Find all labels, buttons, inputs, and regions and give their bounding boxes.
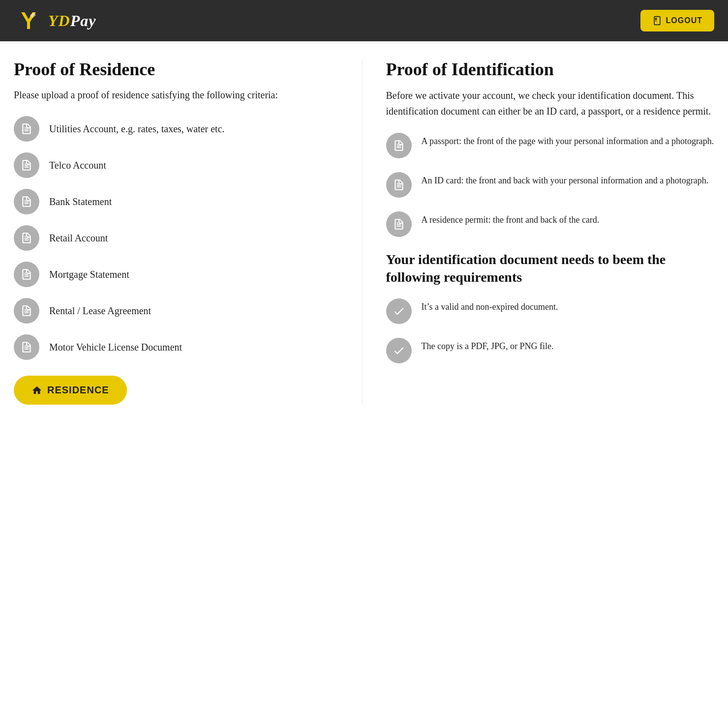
document-icon [386, 211, 412, 237]
list-item: It’s a valid and non-expired document. [386, 298, 715, 324]
checkmark-icon [386, 338, 412, 363]
checkmark-icon [386, 298, 412, 324]
main-content: Proof of Residence Please upload a proof… [0, 41, 728, 422]
document-icon [14, 262, 39, 287]
document-icon [14, 152, 39, 178]
identification-title: Proof of Identification [386, 59, 715, 80]
logout-icon [652, 16, 662, 26]
left-column: Proof of Residence Please upload a proof… [14, 59, 363, 405]
list-item: An ID card: the front and back with your… [386, 172, 715, 198]
item-label: Mortgage Statement [49, 269, 129, 280]
requirements-title: Your identification document needs to be… [386, 251, 715, 287]
list-item: Retail Account [14, 225, 342, 251]
id-item-text: A residence permit: the front and back o… [422, 211, 600, 227]
list-item: A residence permit: the front and back o… [386, 211, 715, 237]
list-item: Telco Account [14, 152, 342, 178]
logout-button[interactable]: LOGOUT [640, 10, 714, 31]
right-column: Proof of Identification Before we activa… [363, 59, 715, 405]
svg-rect-3 [654, 17, 660, 25]
logo-text: YDPay [48, 12, 96, 30]
list-item: Motor Vehicle License Document [14, 334, 342, 360]
requirement-text: The copy is a PDF, JPG, or PNG file. [422, 338, 554, 353]
id-item-list: A passport: the front of the page with y… [386, 133, 715, 237]
id-item-text: A passport: the front of the page with y… [422, 133, 714, 148]
requirement-text: It’s a valid and non-expired document. [422, 298, 558, 314]
list-item: The copy is a PDF, JPG, or PNG file. [386, 338, 715, 363]
list-item: Mortgage Statement [14, 262, 342, 287]
document-icon [386, 133, 412, 158]
logo-icon [14, 6, 43, 35]
document-icon [14, 116, 39, 142]
document-icon [14, 334, 39, 360]
svg-rect-4 [655, 18, 656, 20]
item-label: Telco Account [49, 160, 106, 171]
list-item: Bank Statement [14, 189, 342, 214]
item-label: Rental / Lease Agreement [49, 305, 151, 317]
list-item: Rental / Lease Agreement [14, 298, 342, 324]
item-label: Bank Statement [49, 196, 112, 207]
logo-area: YDPay [14, 6, 96, 35]
list-item: A passport: the front of the page with y… [386, 133, 715, 158]
document-icon [14, 225, 39, 251]
list-item: Utilities Account, e.g. rates, taxes, wa… [14, 116, 342, 142]
identification-description: Before we activate your account, we chec… [386, 88, 715, 119]
header: YDPay LOGOUT [0, 0, 728, 41]
item-label: Utilities Account, e.g. rates, taxes, wa… [49, 123, 225, 135]
residence-intro: Please upload a proof of residence satis… [14, 88, 342, 102]
document-icon [386, 172, 412, 198]
document-icon [14, 189, 39, 214]
id-item-text: An ID card: the front and back with your… [422, 172, 709, 187]
residence-button[interactable]: RESIDENCE [14, 376, 127, 405]
home-icon [31, 385, 42, 396]
item-label: Motor Vehicle License Document [49, 342, 182, 353]
item-label: Retail Account [49, 233, 108, 244]
residence-item-list: Utilities Account, e.g. rates, taxes, wa… [14, 116, 342, 360]
requirements-list: It’s a valid and non-expired document. T… [386, 298, 715, 363]
document-icon [14, 298, 39, 324]
residence-title: Proof of Residence [14, 59, 342, 80]
